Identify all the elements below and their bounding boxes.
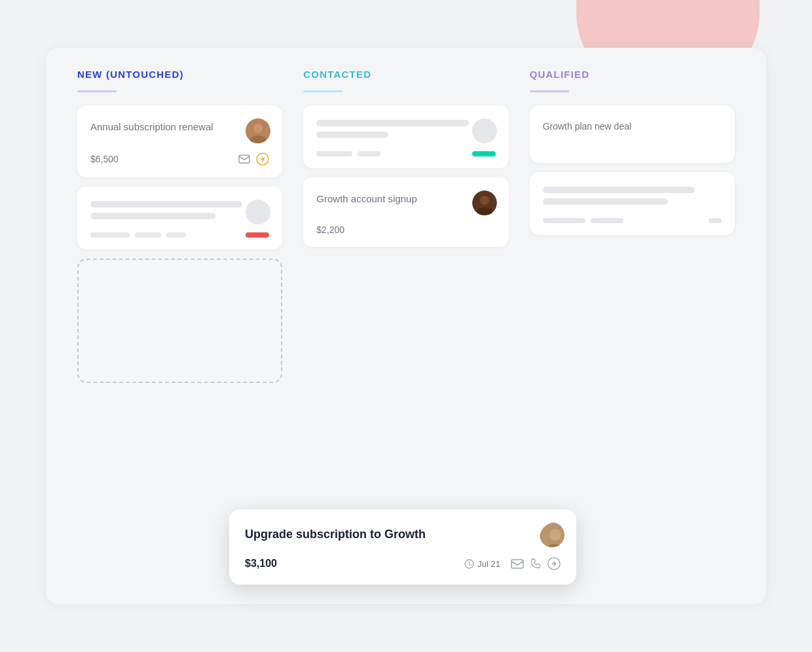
column-new: NEW (UNTOUCHED) Annual subscription rene… [67,69,293,392]
skeleton-line [90,201,242,208]
column-header-qualified: QUALIFIED [530,69,735,80]
skeleton-footer [90,232,269,238]
skeleton-line [543,198,668,205]
card-actions [511,557,561,570]
column-qualified: QUALIFIED Growth plan new deal [519,69,745,392]
card-skeleton-2 [303,105,508,168]
card-skeleton-3 [530,172,735,235]
skeleton-line [316,120,468,126]
card-growth-plan[interactable]: Growth plan new deal [530,105,735,163]
date-text: Jul 21 [477,559,500,569]
drop-zone[interactable] [77,259,282,383]
svg-point-9 [549,529,561,541]
column-header-contacted: CONTACTED [303,69,508,80]
svg-point-6 [480,196,489,205]
avatar-image [246,118,270,143]
card-growth-account[interactable]: Growth account signup $2,200 [303,177,508,247]
skeleton-tag [90,232,130,238]
card-footer: $3,100 Jul 21 [245,557,561,570]
column-divider-contacted [303,90,342,92]
avatar [540,522,564,547]
email-icon[interactable] [238,153,251,166]
board-columns: NEW (UNTOUCHED) Annual subscription rene… [67,69,745,392]
skeleton-tag [358,151,380,156]
status-dot-green [472,151,496,156]
card-title: Growth account signup [316,192,495,206]
email-icon[interactable] [511,557,524,570]
skeleton-tag [166,232,186,238]
column-contacted: CONTACTED [293,69,519,392]
card-footer: $6,500 [90,153,269,166]
avatar [472,190,497,215]
column-divider-new [77,90,117,92]
card-skeleton-1 [77,187,282,249]
column-divider-qualified [530,90,569,92]
column-header-new: NEW (UNTOUCHED) [77,69,282,80]
status-dot-red [246,232,269,238]
skeleton-tag [135,232,161,238]
skeleton-tag [591,218,623,223]
arrow-circle-icon[interactable] [256,153,269,166]
skeleton-line [316,132,388,138]
skeleton-line [543,187,695,193]
svg-rect-3 [239,155,249,163]
card-footer: $2,200 [316,225,495,235]
card-actions [238,153,269,166]
svg-rect-12 [511,560,523,568]
skeleton-avatar [246,200,270,225]
skeleton-tag [709,218,722,223]
card-title: Annual subscription renewal [90,120,269,134]
kanban-board: NEW (UNTOUCHED) Annual subscription rene… [46,48,766,604]
skeleton-tag [543,218,585,223]
skeleton-tag [316,151,352,156]
skeleton-footer [543,218,722,223]
skeleton-footer [316,151,495,156]
skeleton-line [90,213,215,219]
floating-drag-card[interactable]: Upgrade subscription to Growth $3,100 Ju… [229,509,576,585]
card-title: Growth plan new deal [543,120,722,133]
svg-point-1 [253,124,263,133]
skeleton-avatar [472,118,497,143]
arrow-circle-icon[interactable] [547,557,561,570]
card-amount: $3,100 [245,558,454,570]
card-annual-subscription[interactable]: Annual subscription renewal $6,500 [77,105,282,177]
card-amount: $6,500 [90,154,231,164]
date-badge: Jul 21 [464,559,500,569]
card-title: Upgrade subscription to Growth [245,526,561,543]
avatar [246,118,270,143]
card-amount: $2,200 [316,225,495,235]
phone-icon[interactable] [529,557,542,570]
